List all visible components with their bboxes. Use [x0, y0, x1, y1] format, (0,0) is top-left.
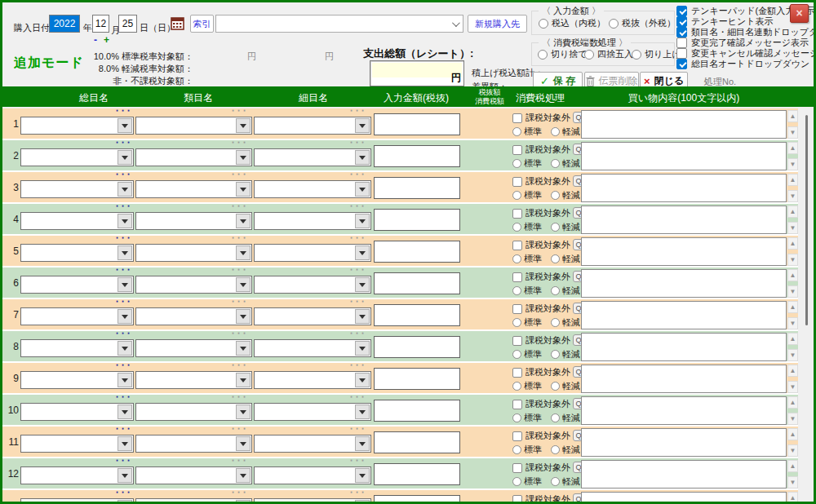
main-category-picker-dots[interactable]: ･･･ [115, 298, 132, 307]
chevron-down-icon[interactable] [118, 309, 132, 324]
scroll-up-icon[interactable]: ▲ [787, 492, 798, 502]
main-category-dropdown[interactable] [20, 148, 134, 166]
sub-category-dropdown[interactable] [135, 466, 252, 484]
reduced-rate-radio[interactable]: 軽減 [551, 444, 580, 456]
chevron-down-icon[interactable] [118, 436, 132, 451]
chevron-down-icon[interactable] [236, 468, 251, 483]
sub-category-dropdown[interactable] [135, 435, 252, 453]
chevron-down-icon[interactable] [118, 150, 132, 165]
scroll-up-icon[interactable]: ▲ [787, 396, 798, 409]
chevron-down-icon[interactable] [118, 277, 132, 292]
amount-input[interactable] [374, 177, 460, 199]
scroll-up-icon[interactable]: ▲ [787, 237, 798, 250]
main-category-dropdown[interactable] [20, 371, 134, 389]
item-description-input[interactable] [581, 460, 787, 489]
vendor-combobox[interactable] [215, 15, 463, 33]
sub-category-dropdown[interactable] [135, 244, 252, 262]
item-description-input[interactable] [581, 301, 787, 329]
scroll-up-icon[interactable]: ▲ [787, 174, 798, 186]
chevron-down-icon[interactable] [118, 500, 132, 502]
radio-tax-excluded[interactable]: 税抜（外税） [609, 17, 676, 29]
detail-category-dropdown[interactable] [254, 371, 371, 389]
tax-exempt-checkbox[interactable]: 課税対象外 [512, 303, 570, 315]
main-category-dropdown[interactable] [20, 339, 134, 357]
chevron-down-icon[interactable] [236, 182, 251, 197]
radio-tax-included[interactable]: 税込（内税） [539, 17, 605, 29]
chevron-down-icon[interactable] [236, 341, 251, 356]
amount-input[interactable] [374, 272, 460, 294]
main-category-picker-dots[interactable]: ･･･ [115, 202, 132, 211]
chevron-down-icon[interactable] [355, 341, 370, 356]
main-category-dropdown[interactable] [20, 117, 134, 135]
sub-category-dropdown[interactable] [135, 180, 252, 198]
month-increment-button[interactable]: + [104, 34, 109, 46]
sub-category-dropdown[interactable] [135, 339, 252, 357]
chevron-down-icon[interactable] [118, 245, 132, 260]
detail-category-picker-dots[interactable]: ･･･ [349, 108, 366, 116]
reduced-rate-radio[interactable]: 軽減 [551, 157, 580, 170]
chevron-down-icon[interactable] [118, 118, 132, 133]
sub-category-dropdown[interactable] [135, 276, 252, 294]
amount-input[interactable] [374, 495, 460, 502]
detail-category-picker-dots[interactable]: ･･･ [349, 457, 366, 466]
scroll-down-icon[interactable]: ▼ [787, 413, 798, 425]
sub-category-picker-dots[interactable]: ･･･ [231, 457, 248, 466]
scrollbar-thumb[interactable] [805, 115, 808, 325]
sub-category-dropdown[interactable] [135, 403, 252, 421]
chevron-down-icon[interactable] [236, 277, 251, 292]
detail-category-picker-dots[interactable]: ･･･ [349, 234, 366, 243]
scroll-down-icon[interactable]: ▼ [787, 190, 798, 202]
month-decrement-button[interactable]: - [94, 34, 97, 46]
reduced-rate-radio[interactable]: 軽減 [551, 475, 580, 488]
radio-round-down[interactable]: 切り捨て [538, 48, 588, 60]
item-description-input[interactable] [581, 333, 787, 361]
receipt-total-input[interactable] [372, 63, 462, 77]
item-description-input[interactable] [581, 365, 787, 393]
sub-category-dropdown[interactable] [135, 371, 252, 389]
index-button[interactable]: 索引 [190, 15, 214, 33]
sub-category-picker-dots[interactable]: ･･･ [231, 361, 248, 370]
main-category-dropdown[interactable] [20, 307, 134, 325]
detail-category-picker-dots[interactable]: ･･･ [349, 139, 366, 148]
amount-input[interactable] [374, 145, 460, 167]
chevron-down-icon[interactable] [118, 182, 132, 197]
amount-input[interactable] [374, 304, 460, 326]
detail-category-dropdown[interactable] [254, 307, 371, 325]
detail-category-dropdown[interactable] [254, 180, 371, 198]
vertical-scrollbar[interactable] [798, 108, 814, 502]
detail-category-dropdown[interactable] [254, 498, 371, 502]
chevron-down-icon[interactable] [236, 500, 251, 502]
main-category-picker-dots[interactable]: ･･･ [115, 266, 132, 275]
standard-rate-radio[interactable]: 標準 [512, 126, 542, 138]
main-category-dropdown[interactable] [20, 276, 134, 294]
scroll-up-icon[interactable]: ▲ [787, 333, 798, 345]
amount-input[interactable] [374, 368, 460, 390]
chevron-down-icon[interactable] [355, 373, 370, 387]
standard-rate-radio[interactable]: 標準 [512, 221, 542, 233]
amount-input[interactable] [374, 400, 460, 422]
item-description-input[interactable] [581, 269, 787, 298]
main-category-dropdown[interactable] [20, 403, 134, 421]
option-auto-dropdown[interactable]: 総目名オートドロップダウン [676, 59, 809, 69]
item-description-input[interactable] [581, 206, 787, 234]
scroll-down-icon[interactable]: ▼ [787, 254, 798, 266]
item-description-input[interactable] [581, 142, 787, 170]
scroll-up-icon[interactable]: ▲ [787, 269, 798, 281]
sub-category-dropdown[interactable] [135, 498, 252, 502]
chevron-down-icon[interactable] [118, 214, 132, 228]
item-description-input[interactable] [581, 237, 787, 266]
detail-category-dropdown[interactable] [254, 276, 371, 294]
chevron-down-icon[interactable] [236, 405, 251, 419]
sub-category-picker-dots[interactable]: ･･･ [231, 393, 248, 402]
chevron-down-icon[interactable] [236, 436, 251, 451]
sub-category-dropdown[interactable] [135, 307, 252, 325]
sub-category-dropdown[interactable] [135, 117, 252, 135]
scroll-down-icon[interactable]: ▼ [787, 126, 798, 139]
amount-input[interactable] [374, 463, 460, 485]
standard-rate-radio[interactable]: 標準 [512, 444, 542, 456]
chevron-down-icon[interactable] [355, 214, 370, 228]
scroll-up-icon[interactable]: ▲ [787, 428, 798, 440]
tax-exempt-checkbox[interactable]: 課税対象外 [512, 112, 570, 124]
item-description-input[interactable] [581, 492, 787, 502]
scroll-down-icon[interactable]: ▼ [787, 317, 798, 329]
